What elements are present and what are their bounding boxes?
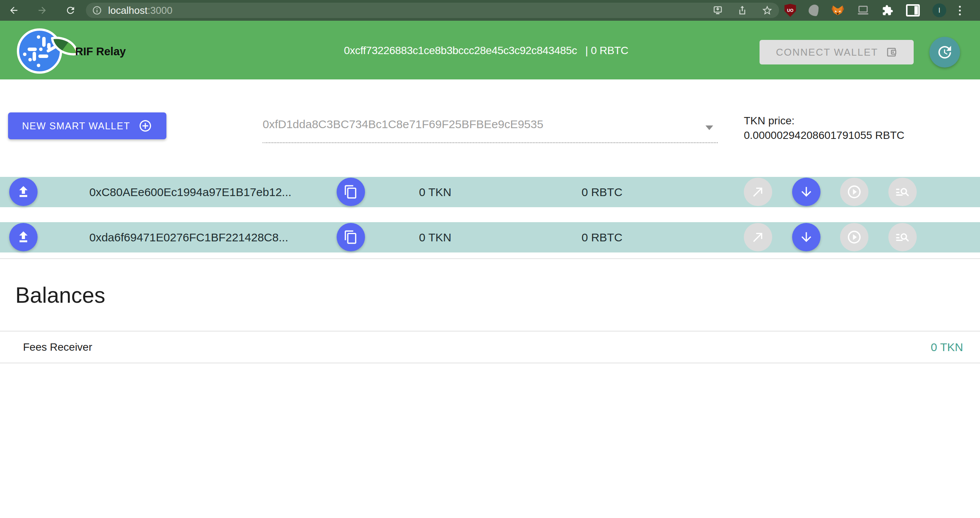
connected-account: 0xcff73226883c1ce8b3bccc28e45c3c92c84348…: [344, 45, 628, 57]
address-bar[interactable]: localhost:3000: [86, 3, 779, 18]
metamask-extension-icon[interactable]: [831, 4, 844, 16]
tkn-price-label: TKN price:: [744, 114, 904, 128]
new-smart-wallet-label: NEW SMART WALLET: [22, 120, 130, 132]
side-panel-icon[interactable]: [906, 4, 920, 16]
smart-wallet-select[interactable]: 0xfD1dda8C3BC734Bc1C8e71F69F25BFBEe9cE95…: [263, 113, 718, 143]
wallet-rbtc-balance: 0 RBTC: [564, 222, 640, 252]
wallet-tkn-balance: 0 TKN: [399, 222, 472, 252]
smart-wallet-address: 0xC80AEe600Ec1994a97E1B17eb12...: [89, 177, 291, 207]
upload-icon: [16, 184, 31, 200]
profile-avatar[interactable]: I: [932, 3, 946, 17]
copy-address-button[interactable]: [337, 178, 365, 206]
smart-wallet-row: 0xda6f69471E0276FC1BF221428C8... 0 TKN 0…: [0, 222, 980, 252]
deposit-button[interactable]: [9, 223, 38, 251]
browser-menu-icon[interactable]: [959, 6, 961, 15]
account-address: 0xcff73226883c1ce8b3bccc28e45c3c92c84348…: [344, 45, 577, 56]
app-title: RIF Relay: [75, 45, 126, 58]
connect-wallet-label: CONNECT WALLET: [776, 46, 878, 58]
balances-table-row: Fees Receiver 0 TKN: [0, 331, 980, 363]
laptop-extension-icon[interactable]: [857, 5, 869, 16]
balances-title: Balances: [15, 282, 105, 308]
play-circle-icon: [847, 229, 862, 245]
fees-receiver-value: 0 TKN: [931, 332, 963, 363]
app-header: RIF Relay 0xcff73226883c1ce8b3bccc28e45c…: [0, 21, 980, 79]
reload-icon[interactable]: [65, 5, 76, 16]
transfer-out-button[interactable]: [744, 223, 772, 251]
chevron-down-icon[interactable]: [705, 125, 713, 130]
copy-icon: [344, 230, 358, 244]
connect-wallet-button[interactable]: CONNECT WALLET: [760, 40, 914, 64]
upload-icon: [16, 229, 31, 245]
add-circle-icon: [138, 119, 152, 133]
inspect-transactions-button[interactable]: [888, 178, 917, 206]
arrow-up-right-icon: [751, 185, 765, 199]
new-smart-wallet-button[interactable]: NEW SMART WALLET: [8, 112, 166, 139]
wallet-rbtc-balance: 0 RBTC: [564, 177, 640, 207]
url-text[interactable]: localhost:3000: [108, 3, 173, 18]
receive-button[interactable]: [792, 223, 821, 251]
receive-button[interactable]: [792, 178, 821, 206]
execute-button[interactable]: [840, 178, 868, 206]
rif-logo-circle: [17, 28, 62, 74]
browser-chrome-bar: localhost:3000 UO I: [0, 0, 980, 21]
refresh-button[interactable]: [929, 37, 960, 68]
site-info-icon[interactable]: [92, 5, 102, 15]
section-divider: [0, 258, 980, 259]
tkn-price: TKN price: 0.00000294208601791055 RBTC: [744, 114, 904, 143]
selected-wallet-address: 0xfD1dda8C3BC734Bc1C8e71F69F25BFBEe9cE95…: [263, 118, 543, 131]
inspect-transactions-button[interactable]: [888, 223, 917, 251]
account-balance: | 0 RBTC: [585, 45, 628, 56]
play-circle-icon: [847, 184, 862, 200]
url-port: :3000: [148, 5, 173, 16]
manage-search-icon: [895, 184, 910, 200]
update-clock-icon: [936, 44, 953, 61]
arrow-down-icon: [799, 230, 814, 244]
execute-button[interactable]: [840, 223, 868, 251]
bookmark-star-icon[interactable]: [761, 5, 773, 16]
arrow-up-right-icon: [751, 230, 765, 244]
back-icon[interactable]: [8, 5, 19, 16]
manage-search-icon: [895, 229, 910, 245]
fees-receiver-label: Fees Receiver: [23, 332, 92, 363]
extensions-puzzle-icon[interactable]: [882, 5, 893, 16]
smart-wallet-row: 0xC80AEe600Ec1994a97E1B17eb12... 0 TKN 0…: [0, 177, 980, 207]
copy-icon: [344, 185, 358, 199]
ublock-extension-icon[interactable]: UO: [784, 4, 796, 17]
url-host: localhost: [108, 5, 148, 16]
share-icon[interactable]: [737, 5, 748, 16]
deposit-button[interactable]: [9, 178, 38, 206]
wallet-tkn-balance: 0 TKN: [399, 177, 472, 207]
transfer-out-button[interactable]: [744, 178, 772, 206]
forward-icon[interactable]: [37, 5, 48, 16]
arrow-down-icon: [799, 185, 814, 199]
wallet-icon: [886, 46, 897, 58]
surfshark-extension-icon[interactable]: [809, 5, 819, 16]
install-app-icon[interactable]: [712, 5, 723, 16]
tkn-price-value: 0.00000294208601791055 RBTC: [744, 128, 904, 143]
copy-address-button[interactable]: [337, 223, 365, 251]
smart-wallet-address: 0xda6f69471E0276FC1BF221428C8...: [89, 222, 288, 252]
